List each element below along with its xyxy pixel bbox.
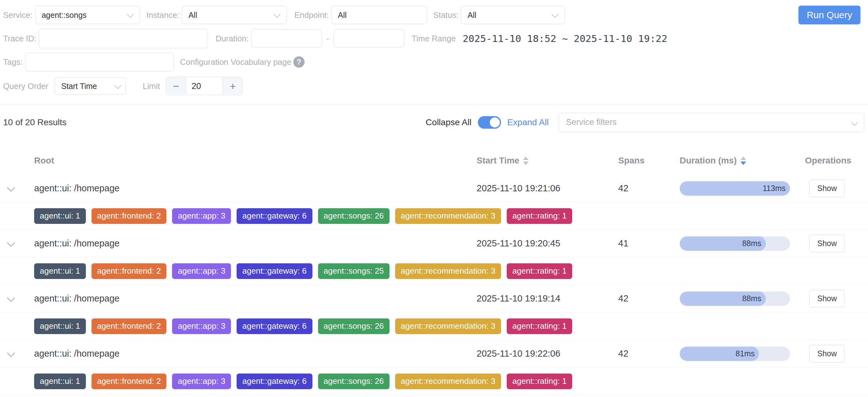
trace-spans: 42 <box>614 183 675 194</box>
trace-spans: 42 <box>614 293 675 304</box>
limit-label: Limit <box>143 81 160 91</box>
duration-bar-fill: 88ms <box>680 292 766 306</box>
trace-operations-cell: Show <box>801 345 868 363</box>
show-button[interactable]: Show <box>809 235 845 252</box>
trace-service-badges-row: agent::ui: 1agent::frontend: 2agent::app… <box>0 202 868 230</box>
expand-all-label[interactable]: Expand All <box>507 118 549 127</box>
service-badge: agent::songs: 26 <box>318 319 390 334</box>
instance-select-value: All <box>182 11 197 20</box>
trace-root[interactable]: agent::ui: /homepage <box>30 349 472 359</box>
time-range-value[interactable]: 2025-11-10 18:52 ~ 2025-11-10 19:22 <box>463 33 667 44</box>
service-filters-select[interactable]: Service filters <box>559 113 864 132</box>
run-query-button[interactable]: Run Query <box>799 6 861 25</box>
instance-select[interactable]: All <box>182 6 287 24</box>
limit-value[interactable]: 20 <box>186 77 223 95</box>
trace-row: agent::ui: /homepage 2025-11-10 19:19:14… <box>0 285 868 312</box>
endpoint-input[interactable] <box>331 6 427 24</box>
service-badge: agent::songs: 26 <box>318 208 390 224</box>
service-badge: agent::gateway: 6 <box>237 208 312 224</box>
trace-start-time: 2025-11-10 19:22:06 <box>472 349 614 359</box>
trace-row: agent::ui: /homepage 2025-11-10 19:20:45… <box>0 230 868 257</box>
limit-increase-button[interactable]: + <box>223 77 242 95</box>
service-badge: agent::rating: 1 <box>507 319 572 334</box>
trace-row: agent::ui: /homepage 2025-11-10 19:21:06… <box>0 175 868 202</box>
service-badge: agent::app: 3 <box>172 373 231 389</box>
service-badge: agent::ui: 1 <box>34 319 86 334</box>
trace-service-badges-row: agent::ui: 1agent::frontend: 2agent::app… <box>0 257 868 285</box>
service-badge: agent::recommendation: 3 <box>395 263 501 279</box>
service-badge: agent::recommendation: 3 <box>395 373 501 389</box>
chevron-down-icon[interactable] <box>7 184 15 191</box>
chevron-down-icon <box>552 11 559 18</box>
collapse-all-label[interactable]: Collapse All <box>426 118 471 127</box>
trace-duration-cell: 88ms <box>675 236 801 251</box>
show-button[interactable]: Show <box>809 290 845 307</box>
duration-value: 113ms <box>763 184 785 193</box>
duration-bar-fill: 88ms <box>680 236 766 251</box>
trace-spans: 41 <box>614 238 675 249</box>
filter-row-4: Query Order Start Time Limit − 20 + <box>3 77 864 95</box>
service-badge: agent::app: 3 <box>172 319 231 334</box>
duration-bar-track: 88ms <box>680 292 790 306</box>
chevron-down-icon <box>127 11 134 18</box>
help-icon[interactable]: ? <box>293 56 305 68</box>
service-label: Service: <box>3 10 33 20</box>
duration-min-input[interactable] <box>251 29 322 47</box>
service-badge: agent::gateway: 6 <box>237 373 312 389</box>
sort-icon[interactable] <box>523 157 529 165</box>
column-spans: Spans <box>614 156 675 166</box>
service-badge: agent::songs: 26 <box>318 373 390 389</box>
filter-row-1: Service: agent::songs Instance: All Endp… <box>3 6 864 25</box>
sort-up-icon <box>741 157 746 160</box>
trace-start-time: 2025-11-10 19:19:14 <box>472 293 614 304</box>
trace-operations-cell: Show <box>801 180 868 197</box>
column-start-time[interactable]: Start Time <box>472 156 614 166</box>
service-badge: agent::ui: 1 <box>34 263 86 279</box>
limit-decrease-button[interactable]: − <box>166 77 186 95</box>
chevron-down-icon <box>851 119 858 126</box>
chevron-down-icon[interactable] <box>7 349 15 357</box>
duration-bar-fill: 81ms <box>680 346 759 361</box>
sort-down-icon <box>523 162 529 165</box>
column-root: Root <box>30 156 472 166</box>
duration-bar-fill: 113ms <box>680 181 790 196</box>
service-badge: agent::frontend: 2 <box>92 319 167 334</box>
chevron-down-icon[interactable] <box>7 294 15 301</box>
row-expand-cell <box>0 241 30 246</box>
duration-bar-track: 113ms <box>680 181 790 196</box>
sort-icon[interactable] <box>741 157 746 165</box>
endpoint-label: Endpoint: <box>294 10 329 20</box>
trace-id-label: Trace ID: <box>3 34 36 43</box>
trace-duration-cell: 88ms <box>675 292 801 306</box>
expand-toggle[interactable] <box>478 116 501 129</box>
tags-label: Tags: <box>3 57 23 67</box>
vocabulary-link[interactable]: Configuration Vocabulary page <box>180 57 291 67</box>
query-filter-panel: Service: agent::songs Instance: All Endp… <box>0 0 868 105</box>
duration-value: 88ms <box>742 294 761 303</box>
show-button[interactable]: Show <box>809 180 845 197</box>
sort-down-icon-active <box>741 162 746 165</box>
query-order-value: Start Time <box>55 82 97 91</box>
trace-table-body: agent::ui: /homepage 2025-11-10 19:21:06… <box>0 175 868 395</box>
trace-root[interactable]: agent::ui: /homepage <box>30 183 472 194</box>
tags-input[interactable] <box>25 53 174 71</box>
trace-root[interactable]: agent::ui: /homepage <box>30 293 472 304</box>
row-expand-cell <box>0 296 30 301</box>
trace-root[interactable]: agent::ui: /homepage <box>30 238 472 249</box>
results-summary: 10 of 20 Results <box>3 118 66 127</box>
service-select[interactable]: agent::songs <box>35 6 140 24</box>
chevron-down-icon[interactable] <box>7 239 15 246</box>
column-duration[interactable]: Duration (ms) <box>675 156 801 166</box>
query-order-select[interactable]: Start Time <box>55 77 126 95</box>
trace-id-input[interactable] <box>39 29 208 48</box>
duration-max-input[interactable] <box>333 29 404 47</box>
status-select[interactable]: All <box>461 6 565 24</box>
column-operations: Operations <box>801 156 868 166</box>
service-badge: agent::app: 3 <box>172 208 231 224</box>
toggle-knob <box>490 118 500 127</box>
show-button[interactable]: Show <box>809 345 845 363</box>
service-badge: agent::frontend: 2 <box>92 373 167 389</box>
duration-value: 81ms <box>736 349 754 358</box>
service-badge: agent::app: 3 <box>172 263 231 279</box>
row-expand-cell <box>0 186 30 191</box>
